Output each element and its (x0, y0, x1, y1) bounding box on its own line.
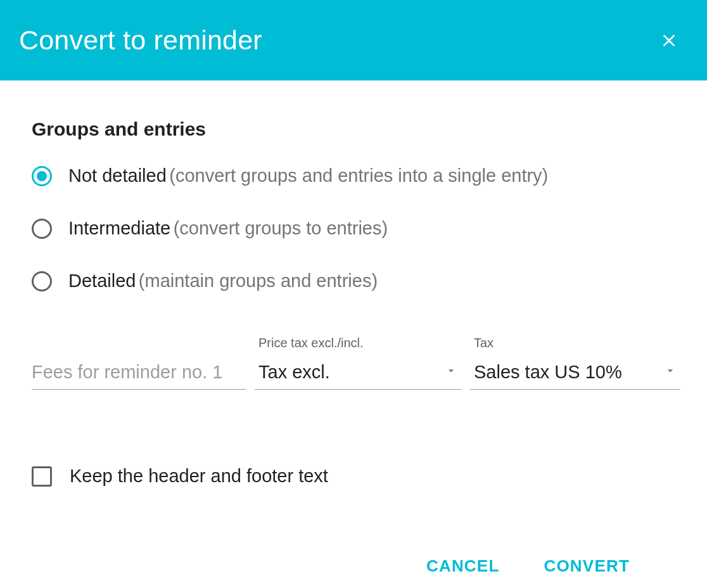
close-icon (659, 30, 679, 51)
checkbox-icon (32, 466, 52, 487)
section-title: Groups and entries (32, 118, 675, 140)
radio-hint: (maintain groups and entries) (139, 271, 378, 291)
radio-label: Detailed (68, 271, 136, 291)
radio-not-detailed[interactable]: Not detailed (convert groups and entries… (32, 165, 675, 186)
close-button[interactable] (654, 25, 684, 56)
price-tax-label: Price tax excl./incl. (255, 336, 461, 350)
tax-label: Tax (470, 336, 680, 350)
fee-input[interactable] (32, 359, 246, 390)
radio-icon (32, 271, 52, 291)
convert-to-reminder-dialog: Convert to reminder Groups and entries N… (0, 0, 707, 576)
radio-icon (32, 166, 52, 186)
tax-value: Sales tax US 10% (470, 359, 680, 390)
tax-field: Tax Sales tax US 10% (470, 336, 680, 390)
cancel-button[interactable]: CANCEL (426, 556, 500, 576)
dialog-header: Convert to reminder (0, 0, 707, 80)
price-tax-field: Price tax excl./incl. Tax excl. (255, 336, 461, 390)
tax-select[interactable]: Sales tax US 10% (470, 359, 680, 390)
form-row: Price tax excl./incl. Tax excl. Tax Sale… (32, 336, 675, 390)
fee-field (32, 359, 246, 390)
checkbox-label: Keep the header and footer text (70, 466, 328, 487)
radio-label: Not detailed (68, 165, 167, 186)
radio-label: Intermediate (68, 218, 170, 238)
radio-intermediate[interactable]: Intermediate (convert groups to entries) (32, 218, 675, 239)
price-tax-select[interactable]: Tax excl. (255, 359, 461, 390)
radio-detailed[interactable]: Detailed (maintain groups and entries) (32, 271, 675, 291)
radio-hint: (convert groups to entries) (174, 218, 388, 238)
dialog-actions: CANCEL CONVERT (32, 556, 675, 576)
dialog-title: Convert to reminder (19, 25, 262, 56)
convert-button[interactable]: CONVERT (544, 556, 630, 576)
chevron-down-icon (445, 364, 457, 377)
price-tax-value: Tax excl. (255, 359, 461, 390)
radio-hint: (convert groups and entries into a singl… (169, 165, 548, 186)
detail-level-radio-group: Not detailed (convert groups and entries… (32, 165, 675, 291)
radio-icon (32, 219, 52, 239)
chevron-down-icon (664, 364, 677, 377)
dialog-body: Groups and entries Not detailed (convert… (0, 80, 707, 576)
keep-header-footer-checkbox[interactable]: Keep the header and footer text (32, 466, 675, 487)
